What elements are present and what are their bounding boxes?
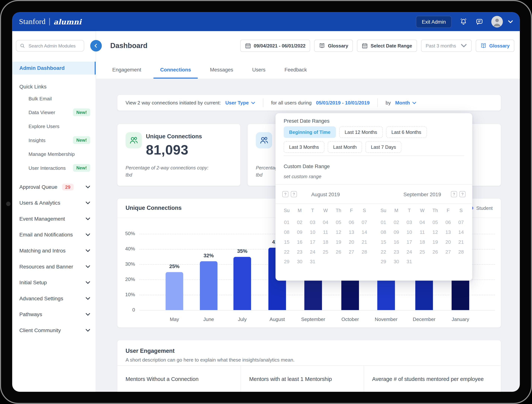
sidebar-group-email-and-notifications[interactable]: Email and Notifications — [12, 227, 96, 243]
glossary-button[interactable]: Glossary — [476, 40, 514, 52]
calendar-day[interactable]: 14 — [358, 227, 371, 237]
09-04-2021-06-01-2022-button[interactable]: 09/04/2021 - 06/01/2022 — [240, 40, 310, 52]
preset-last-7-days[interactable]: Last 7 Days — [366, 141, 402, 153]
sidebar-collapse-button[interactable] — [90, 40, 102, 51]
calendar-nav-prev-icon[interactable]: ? — [451, 191, 457, 197]
preset-last-6-months[interactable]: Last 6 Months — [386, 126, 427, 138]
preset-beginning-of-time[interactable]: Beginning of Time — [284, 126, 336, 138]
calendar-day[interactable]: 18 — [319, 237, 332, 247]
messages-chat-icon[interactable] — [475, 18, 484, 26]
calendar-day[interactable]: 17 — [403, 237, 416, 247]
calendar-day[interactable]: 30 — [293, 257, 306, 267]
calendar-day[interactable]: 09 — [293, 227, 306, 237]
calendar-day[interactable]: 07 — [358, 218, 371, 227]
calendar-day[interactable]: 10 — [306, 227, 319, 237]
sidebar-item-user-interactions[interactable]: User InteractionsNew! — [12, 161, 96, 175]
calendar-nav-next-icon[interactable]: ? — [460, 191, 466, 197]
preset-last-month[interactable]: Last Month — [328, 141, 362, 153]
calendar-day[interactable]: 02 — [293, 218, 306, 227]
glossary-button[interactable]: Glossary — [314, 40, 353, 52]
calendar-day[interactable]: 09 — [390, 227, 403, 237]
sidebar-group-users-analytics[interactable]: Users & Analytics — [12, 195, 96, 211]
sidebar-group-resources-and-banner[interactable]: Resources and Banner — [12, 259, 96, 275]
calendar-day[interactable]: 19 — [332, 237, 345, 247]
calendar-day[interactable]: 25 — [416, 247, 429, 257]
calendar-day[interactable]: 14 — [455, 227, 467, 237]
calendar-day[interactable]: 10 — [403, 227, 416, 237]
calendar-day[interactable]: 06 — [345, 218, 358, 227]
calendar-day[interactable]: 29 — [377, 257, 390, 267]
calendar-day[interactable]: 28 — [455, 247, 467, 257]
sidebar-group-pathways[interactable]: Pathways — [12, 306, 96, 322]
calendar-day[interactable]: 17 — [306, 237, 319, 247]
calendar-day[interactable]: 16 — [390, 237, 403, 247]
calendar-day[interactable]: 03 — [403, 218, 416, 227]
calendar-day[interactable]: 30 — [390, 257, 403, 267]
calendar-day[interactable]: 01 — [377, 218, 390, 227]
calendar-day[interactable]: 27 — [441, 247, 454, 257]
sidebar-item-manage-membership[interactable]: Manage Membership — [12, 147, 96, 161]
calendar-day[interactable]: 22 — [280, 247, 293, 257]
calendar-day[interactable]: 15 — [377, 237, 390, 247]
calendar-day[interactable]: 04 — [416, 218, 429, 227]
exit-admin-button[interactable]: Exit Admin — [416, 16, 452, 28]
notifications-bell-icon[interactable] — [460, 18, 468, 26]
calendar-day[interactable]: 24 — [403, 247, 416, 257]
calendar-day[interactable]: 05 — [429, 218, 441, 227]
sidebar-group-event-management[interactable]: Event Management — [12, 211, 96, 227]
tab-engagement[interactable]: Engagement — [103, 60, 151, 79]
sidebar-item-explore-users[interactable]: Explore Users — [12, 119, 96, 133]
sidebar-group-client-community[interactable]: Client Community — [12, 322, 96, 338]
preset-last-12-months[interactable]: Last 12 Months — [339, 126, 383, 138]
past-3-months-button[interactable]: Past 3 months — [421, 40, 472, 52]
calendar-day[interactable]: 03 — [306, 218, 319, 227]
calendar-day[interactable]: 12 — [332, 227, 345, 237]
sidebar-group-advanced-settings[interactable]: Advanced Settings — [12, 290, 96, 306]
tab-feedback[interactable]: Feedback — [275, 60, 316, 79]
search-input[interactable] — [28, 43, 80, 49]
sidebar-item-admin-dashboard[interactable]: Admin Dashboard — [12, 62, 96, 75]
calendar-day[interactable]: 23 — [293, 247, 306, 257]
calendar-day[interactable]: 27 — [345, 247, 358, 257]
tab-messages[interactable]: Messages — [201, 60, 243, 79]
calendar-day[interactable]: 12 — [429, 227, 441, 237]
calendar-nav-prev-icon[interactable]: ? — [282, 191, 288, 197]
calendar-day[interactable]: 06 — [441, 218, 454, 227]
sidebar-group-initial-setup[interactable]: Initial Setup — [12, 274, 96, 290]
filter-date-range-link[interactable]: 05/01/2019 - 10/01/2019 — [316, 100, 370, 105]
tab-connections[interactable]: Connections — [151, 60, 200, 79]
calendar-day[interactable]: 19 — [429, 237, 441, 247]
search-admin-modules-box[interactable] — [16, 40, 84, 51]
user-type-dropdown[interactable]: User Type — [225, 100, 255, 105]
sidebar-item-insights[interactable]: InsightsNew! — [12, 133, 96, 147]
legend-item-student[interactable]: Student — [470, 205, 493, 211]
calendar-day[interactable]: 26 — [332, 247, 345, 257]
preset-last-3-months[interactable]: Last 3 Months — [284, 141, 324, 153]
calendar-day[interactable]: 02 — [390, 218, 403, 227]
calendar-day[interactable]: 22 — [377, 247, 390, 257]
calendar-day[interactable]: 11 — [416, 227, 429, 237]
calendar-day[interactable]: 11 — [319, 227, 332, 237]
calendar-nav-next-icon[interactable]: ? — [291, 191, 297, 197]
user-avatar[interactable] — [491, 16, 503, 28]
sidebar-group-approval-queue[interactable]: Approval Queue29 — [12, 179, 96, 195]
calendar-day[interactable]: 26 — [429, 247, 441, 257]
sidebar-group-matching-and-intros[interactable]: Matching and Intros — [12, 243, 96, 259]
sidebar-item-data-viewer[interactable]: Data ViewerNew! — [12, 105, 96, 119]
calendar-day[interactable]: 01 — [280, 218, 293, 227]
calendar-day[interactable]: 05 — [332, 218, 345, 227]
calendar-day[interactable]: 07 — [455, 218, 467, 227]
calendar-day[interactable]: 20 — [441, 237, 454, 247]
group-by-month-dropdown[interactable]: Month — [395, 100, 416, 105]
calendar-day[interactable]: 31 — [403, 257, 416, 267]
calendar-day[interactable]: 18 — [416, 237, 429, 247]
calendar-day[interactable]: 23 — [390, 247, 403, 257]
calendar-day[interactable]: 21 — [455, 237, 467, 247]
sidebar-item-bulk-email[interactable]: Bulk Email — [12, 91, 96, 105]
calendar-day[interactable]: 08 — [377, 227, 390, 237]
calendar-day[interactable]: 25 — [319, 247, 332, 257]
calendar-day[interactable]: 08 — [280, 227, 293, 237]
calendar-day[interactable]: 13 — [441, 227, 454, 237]
calendar-day[interactable]: 31 — [306, 257, 319, 267]
calendar-day[interactable]: 13 — [345, 227, 358, 237]
